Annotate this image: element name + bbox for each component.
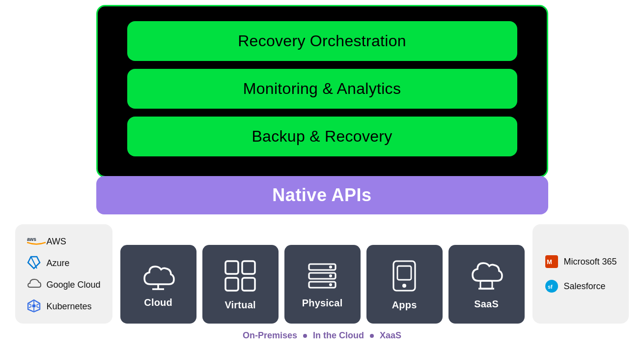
apps-icon [390,259,419,293]
svg-point-25 [402,284,406,288]
category-card-virtual: Virtual [202,245,279,324]
native-apis-bar: Native APIs [96,176,548,214]
virtual-icon [224,259,257,293]
svg-rect-26 [480,281,492,289]
bottom-section: aws AWS Azure [15,224,629,324]
svg-line-9 [29,306,31,308]
category-card-apps: Apps [366,245,443,324]
aws-icon: aws [27,234,42,249]
svg-rect-24 [397,266,411,280]
black-box: Recovery Orchestration Monitoring & Anal… [96,5,548,178]
azure-icon [27,256,42,270]
svg-point-4 [32,304,35,308]
physical-icon [306,261,338,291]
footer-dot-1 [303,334,307,338]
svg-text:M: M [547,258,552,266]
microsoft365-icon: M [544,254,559,269]
svg-point-20 [329,266,332,268]
salesforce-icon: sf [544,279,559,294]
category-cards: Cloud Virtual [120,224,525,324]
category-card-physical: Physical [284,245,361,324]
google-cloud-icon [27,277,42,292]
svg-rect-13 [225,261,238,274]
right-panel-item-salesforce: sf Salesforce [544,279,617,294]
left-panel-item-aws: aws AWS [27,234,101,249]
category-card-cloud: Cloud [120,245,196,324]
left-panel-item-google-cloud: Google Cloud [27,277,101,292]
svg-rect-16 [242,278,255,291]
footer-xaas: XaaS [380,330,401,341]
left-panel: aws AWS Azure [15,224,112,324]
category-card-saas: SaaS [448,245,525,324]
svg-text:sf: sf [548,284,553,290]
svg-point-21 [329,274,332,277]
saas-icon [469,260,504,292]
backup-recovery-pill: Backup & Recovery [127,117,517,156]
svg-text:aws: aws [27,237,36,242]
monitoring-analytics-pill: Monitoring & Analytics [127,69,517,109]
right-panel: M Microsoft 365 sf Salesforce [532,224,629,324]
svg-rect-15 [225,278,238,291]
svg-line-10 [36,304,39,305]
cloud-icon [140,262,176,290]
svg-rect-14 [242,261,255,274]
footer-dot-2 [370,334,374,338]
left-panel-item-kubernetes: Kubernetes [27,299,101,314]
footer-in-the-cloud: In the Cloud [313,330,364,341]
right-panel-item-microsoft365: M Microsoft 365 [544,254,617,269]
main-wrapper: Recovery Orchestration Monitoring & Anal… [0,5,644,341]
svg-point-22 [329,283,332,286]
svg-line-8 [36,306,39,308]
svg-line-7 [29,304,31,305]
kubernetes-icon [27,299,42,314]
recovery-orchestration-pill: Recovery Orchestration [127,21,517,61]
footer-on-premises: On-Premises [243,330,297,341]
footer-text: On-Premises In the Cloud XaaS [243,330,401,341]
left-panel-item-azure: Azure [27,256,101,270]
